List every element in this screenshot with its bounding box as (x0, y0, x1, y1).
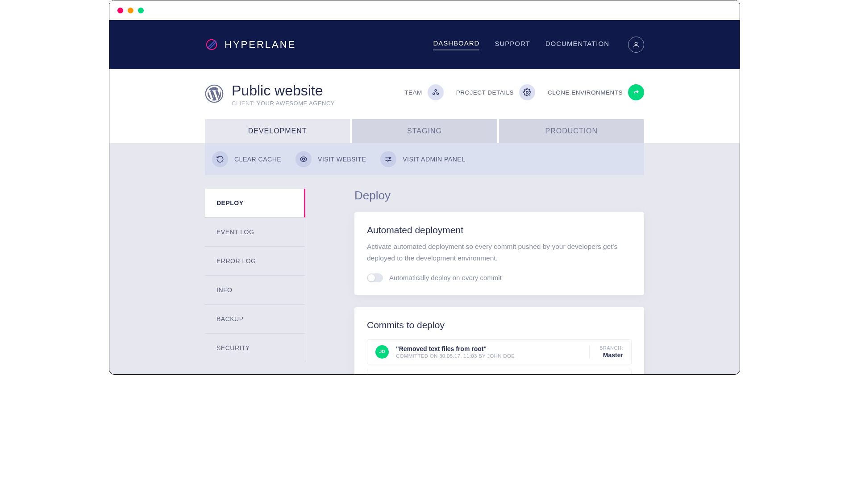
window-close-icon[interactable] (117, 8, 123, 13)
svg-point-0 (207, 40, 217, 50)
tab-production[interactable]: PRODUCTION (499, 119, 644, 143)
sidenav-error-log[interactable]: ERROR LOG (205, 247, 305, 276)
automated-deployment-card: Automated deployment Activate automated … (354, 212, 644, 295)
app-window: HYPERLANE DASHBOARD SUPPORT DOCUMENTATIO… (109, 0, 740, 375)
sync-icon (628, 84, 644, 100)
user-menu-button[interactable] (628, 37, 644, 53)
logo-icon (205, 38, 218, 51)
top-nav: DASHBOARD SUPPORT DOCUMENTATION (433, 37, 644, 53)
side-nav: DEPLOY EVENT LOG ERROR LOG INFO BACKUP S… (205, 189, 305, 362)
svg-point-1 (635, 42, 637, 45)
sidenav-security[interactable]: SECURITY (205, 334, 305, 362)
svg-point-9 (387, 160, 388, 161)
nav-support[interactable]: SUPPORT (495, 40, 530, 50)
commit-row[interactable]: JD "Removed text files from root" COMMIT… (367, 339, 632, 364)
team-icon (428, 84, 444, 100)
clear-cache-label: CLEAR CACHE (234, 156, 281, 163)
sidenav-deploy[interactable]: DEPLOY (205, 189, 305, 218)
sidenav-info[interactable]: INFO (205, 276, 305, 305)
window-controls (109, 0, 740, 20)
branch-label: BRANCH: (599, 345, 623, 351)
wordpress-icon (205, 84, 224, 103)
sliders-icon (380, 151, 396, 167)
project-title: Public website (232, 83, 335, 99)
tab-staging[interactable]: STAGING (352, 119, 497, 143)
panel-heading: Deploy (354, 189, 644, 202)
svg-point-6 (526, 91, 529, 94)
svg-point-3 (435, 90, 437, 91)
action-strip: CLEAR CACHE VISIT WEBSITE VISIT ADMIN PA… (205, 143, 644, 175)
project-details-label: PROJECT DETAILS (456, 89, 514, 96)
project-header: Public website CLIENT: YOUR AWESOME AGEN… (109, 69, 740, 107)
project-actions: TEAM PROJECT DETAILS CLONE ENVIRONMENTS (404, 84, 644, 100)
content-area: CLEAR CACHE VISIT WEBSITE VISIT ADMIN PA… (109, 143, 740, 375)
topbar: HYPERLANE DASHBOARD SUPPORT DOCUMENTATIO… (109, 20, 740, 69)
environment-tabs: DEVELOPMENT STAGING PRODUCTION (109, 107, 740, 143)
commits-card: Commits to deploy JD "Removed text files… (354, 307, 644, 375)
eye-icon (295, 151, 312, 167)
visit-admin-button[interactable]: VISIT ADMIN PANEL (380, 151, 465, 167)
team-label: TEAM (404, 89, 422, 96)
visit-website-label: VISIT WEBSITE (318, 156, 366, 163)
auto-deploy-toggle[interactable] (367, 273, 383, 282)
client-name: YOUR AWESOME AGENCY (257, 100, 335, 107)
team-button[interactable]: TEAM (404, 84, 444, 100)
commit-message: "Removed text files from root" (396, 345, 515, 352)
svg-point-7 (303, 158, 305, 161)
brand: HYPERLANE (205, 38, 296, 51)
auto-deploy-title: Automated deployment (367, 225, 632, 235)
sidenav-event-log[interactable]: EVENT LOG (205, 218, 305, 247)
commit-avatar: JD (375, 345, 389, 359)
branch-name: Master (599, 351, 623, 359)
commit-meta: COMMITTED ON 30.05.17, 11:03 BY JOHN DOE (396, 353, 515, 359)
clone-environments-button[interactable]: CLONE ENVIRONMENTS (548, 84, 644, 100)
window-minimize-icon[interactable] (128, 8, 133, 13)
nav-documentation[interactable]: DOCUMENTATION (545, 40, 609, 50)
refresh-icon (212, 151, 228, 167)
visit-admin-label: VISIT ADMIN PANEL (403, 156, 465, 163)
commits-title: Commits to deploy (367, 320, 632, 330)
clear-cache-button[interactable]: CLEAR CACHE (212, 151, 281, 167)
project-client: CLIENT: YOUR AWESOME AGENCY (232, 100, 335, 107)
client-label: CLIENT: (232, 100, 255, 107)
window-maximize-icon[interactable] (138, 8, 144, 13)
tab-development[interactable]: DEVELOPMENT (205, 119, 350, 143)
auto-deploy-description: Activate automated deployment so every c… (367, 241, 632, 264)
commit-row[interactable]: JD "Removed text files from root" BRANCH… (367, 369, 632, 375)
clone-label: CLONE ENVIRONMENTS (548, 89, 623, 96)
project-details-button[interactable]: PROJECT DETAILS (456, 84, 535, 100)
svg-point-8 (389, 157, 391, 159)
gear-icon (519, 84, 535, 100)
visit-website-button[interactable]: VISIT WEBSITE (295, 151, 366, 167)
nav-dashboard[interactable]: DASHBOARD (433, 39, 479, 50)
sidenav-backup[interactable]: BACKUP (205, 305, 305, 334)
user-icon (633, 41, 640, 48)
brand-name: HYPERLANE (225, 39, 296, 50)
auto-deploy-toggle-label: Automatically deploy on every commit (389, 274, 502, 281)
deploy-panel: Deploy Automated deployment Activate aut… (354, 189, 644, 375)
